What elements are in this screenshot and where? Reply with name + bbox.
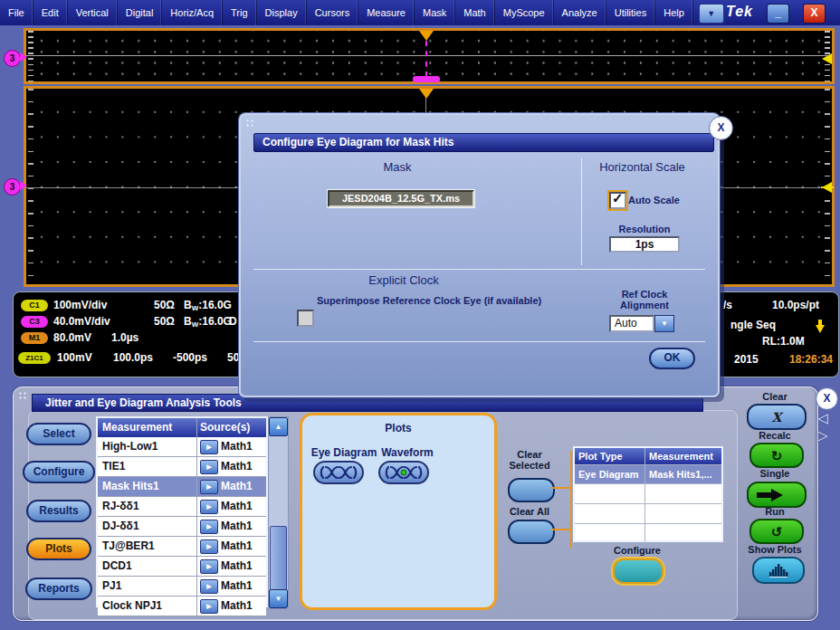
menu-measure[interactable]: Measure	[358, 0, 415, 25]
auto-scale-checkbox[interactable]: ✓	[609, 192, 626, 209]
menu-math[interactable]: Math	[455, 0, 494, 25]
tab-results[interactable]: Results	[26, 500, 91, 522]
z1c1-t1: -500ps	[173, 351, 207, 364]
table-scrollbar[interactable]: ▲ ▼	[268, 416, 289, 609]
ref-clock-alignment-select[interactable]: Auto	[609, 315, 654, 332]
source-button[interactable]: ▶	[200, 460, 218, 474]
z1c1-volts: 100mV	[57, 351, 92, 364]
scrollbar-thumb[interactable]	[270, 526, 287, 593]
menu-overflow-button[interactable]: ▼	[699, 4, 724, 24]
channel3-badge[interactable]: 3	[4, 50, 21, 67]
table-row-selected[interactable]: Mask Hits1 ▶Math1	[98, 477, 266, 497]
table-row[interactable]: Clock NPJ1 ▶Math1	[98, 597, 266, 616]
dialog-close-button[interactable]: X	[709, 116, 733, 140]
menu-horiz-acq[interactable]: Horiz/Acq	[162, 0, 223, 25]
show-plots-button[interactable]	[752, 557, 805, 584]
tab-plots[interactable]: Plots	[26, 538, 91, 560]
tek-logo: Tek	[726, 4, 753, 20]
recalc-cycle-icon: ↻	[771, 449, 783, 463]
table-row[interactable]: High-Low1 ▶Math1	[98, 437, 266, 457]
drag-grip-icon[interactable]	[18, 391, 27, 400]
drag-grip-icon[interactable]	[245, 119, 254, 128]
c1-scale: 100mV/div	[53, 299, 107, 311]
menu-myscope[interactable]: MyScope	[495, 0, 554, 25]
menu-file[interactable]: File	[0, 0, 33, 25]
scroll-up-button[interactable]: ▲	[269, 417, 288, 436]
superimpose-checkbox[interactable]	[297, 310, 314, 327]
clear-all-label: Clear All	[502, 506, 557, 517]
source-button[interactable]: ▶	[200, 559, 218, 574]
single-button[interactable]	[747, 482, 807, 508]
table-row[interactable]: DJ-δδ1 ▶Math1	[98, 517, 266, 537]
plot-table-header: Plot Type Measurement	[575, 448, 721, 465]
triangle-up-icon: ▲	[275, 423, 282, 431]
source-button[interactable]: ▶	[200, 440, 218, 454]
trigger-marker-icon[interactable]	[419, 31, 434, 41]
menu-digital[interactable]: Digital	[118, 0, 163, 25]
m1-scale: 80.0mV	[53, 331, 91, 344]
ref-clock-label: Ref ClockAlignment	[603, 289, 686, 310]
clear-button[interactable]: X	[747, 404, 807, 430]
dropdown-button[interactable]: ▼	[654, 315, 674, 332]
source-button[interactable]: ▶	[200, 480, 218, 494]
menu-cursors[interactable]: Cursors	[307, 0, 359, 25]
waveform-plot-button[interactable]	[378, 461, 429, 484]
section-divider	[581, 158, 582, 265]
source-button[interactable]: ▶	[200, 520, 218, 534]
date-fragment: 2015	[734, 353, 759, 366]
menu-help[interactable]: Help	[655, 0, 693, 25]
table-row[interactable]: PJ1 ▶Math1	[98, 577, 266, 597]
menu-trig[interactable]: Trig	[223, 0, 257, 25]
channel3-badge[interactable]: 3	[4, 178, 21, 196]
menu-edit[interactable]: Edit	[33, 0, 68, 25]
tab-configure[interactable]: Configure	[23, 461, 95, 483]
tab-select[interactable]: Select	[26, 423, 91, 445]
arrow-right-icon: ▶	[206, 483, 211, 490]
collapse-left-icon[interactable]: ◁	[817, 411, 828, 425]
source-button[interactable]: ▶	[200, 500, 218, 514]
menu-vertical[interactable]: Vertical	[68, 0, 118, 25]
show-plots-label: Show Plots	[748, 544, 802, 555]
close-button[interactable]: X	[803, 4, 826, 24]
plot-table-row-selected[interactable]: Eye Diagram Mask Hits1,...	[575, 465, 721, 484]
panel-close-button[interactable]: X	[816, 387, 838, 410]
jitter-analysis-panel: Jitter and Eye Diagram Analysis Tools Se…	[13, 387, 818, 621]
mask-file-button[interactable]: JESD204B_12.5G_TX.ms	[328, 190, 474, 207]
acq-mode-fragment: ngle Seq	[730, 319, 776, 331]
channel3-pointer-icon	[20, 52, 27, 62]
plot-table-row[interactable]	[575, 504, 721, 524]
resolution-per-point: 10.0ps/pt	[772, 299, 819, 311]
plot-table-row[interactable]	[575, 524, 721, 544]
single-arrow-icon	[771, 489, 783, 501]
clear-selected-button[interactable]	[508, 478, 555, 502]
source-button[interactable]: ▶	[200, 579, 218, 594]
eye-diagram-plot-button[interactable]	[313, 461, 364, 484]
configure-plot-button[interactable]	[613, 558, 663, 584]
superimpose-label: Superimpose Reference Clock Eye (if avai…	[317, 295, 541, 306]
plots-box-title: Plots	[302, 422, 494, 434]
clear-all-button[interactable]	[508, 520, 555, 544]
source-button[interactable]: ▶	[200, 599, 218, 614]
ok-button[interactable]: OK	[649, 348, 695, 369]
recalc-button[interactable]: ↻	[749, 443, 804, 468]
scroll-down-button[interactable]: ▼	[269, 589, 288, 608]
zoom-region-indicator[interactable]	[413, 76, 440, 82]
expand-right-icon[interactable]: ▷	[817, 428, 828, 442]
minimize-button[interactable]: _	[767, 4, 789, 24]
tab-reports[interactable]: Reports	[25, 578, 92, 600]
trigger-marker-icon[interactable]	[419, 89, 434, 99]
resolution-label: Resolution	[603, 224, 686, 234]
table-row[interactable]: RJ-δδ1 ▶Math1	[98, 497, 266, 517]
plot-table-row[interactable]	[575, 484, 721, 504]
table-row[interactable]: DCD1 ▶Math1	[98, 557, 266, 577]
menu-utilities[interactable]: Utilities	[606, 0, 655, 25]
menu-mask[interactable]: Mask	[415, 0, 455, 25]
menu-analyze[interactable]: Analyze	[554, 0, 606, 25]
table-row[interactable]: TJ@BER1 ▶Math1	[98, 537, 266, 557]
menu-display[interactable]: Display	[257, 0, 307, 25]
m1-time: 1.0µs	[111, 331, 138, 344]
run-button[interactable]: ↺	[749, 519, 804, 544]
table-row[interactable]: TIE1 ▶Math1	[98, 457, 266, 477]
resolution-input[interactable]: 1ps	[609, 236, 680, 253]
source-button[interactable]: ▶	[200, 539, 218, 554]
